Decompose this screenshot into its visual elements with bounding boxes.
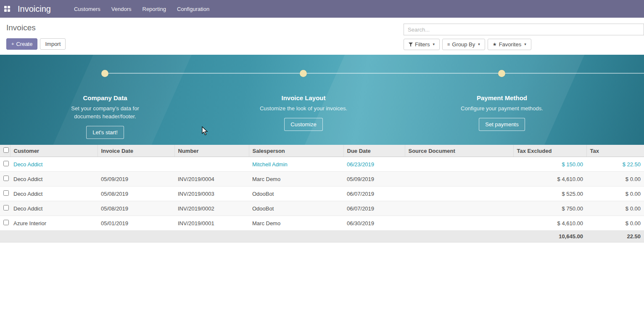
cell-salesperson: Mitchell Admin [249, 157, 343, 172]
group-by-button-label: Group By [452, 42, 475, 47]
table-totals-row: 10,645.00 22.50 [0, 231, 644, 242]
cell-tax-excluded: $ 150.00 [513, 157, 586, 172]
step-description: Configure your payment methods. [455, 104, 549, 112]
import-button[interactable]: Import [40, 38, 66, 50]
row-checkbox[interactable] [3, 161, 9, 166]
cell-salesperson: OdooBot [249, 186, 343, 201]
favorites-button-label: Favorites [499, 42, 521, 47]
lets-start-button[interactable]: Let's start! [86, 126, 124, 139]
cell-invoice-date: 05/08/2019 [98, 186, 174, 201]
cell-due-date: 06/30/2019 [343, 216, 405, 231]
search-filter-buttons: Filters ▾ ≡ Group By ▾ ★ Favorites ▾ [404, 39, 531, 50]
header-source-document[interactable]: Source Document [405, 145, 513, 157]
plus-icon: + [11, 42, 14, 46]
cell-source-document [405, 186, 513, 201]
cell-tax: $ 0.00 [586, 216, 644, 231]
cell-salesperson: Marc Demo [249, 172, 343, 186]
onboarding-step-invoice-layout: Invoice Layout Customize the look of you… [236, 83, 371, 131]
cell-invoice-date: 05/08/2019 [98, 201, 174, 216]
cell-number [174, 157, 249, 172]
cell-due-date: 05/09/2019 [343, 172, 405, 186]
cell-invoice-date [98, 157, 174, 172]
page-title: Invoices [6, 23, 36, 32]
action-buttons: + Create Import [6, 38, 66, 50]
onboarding-timeline [105, 73, 644, 74]
cell-due-date: 06/23/2019 [343, 157, 405, 172]
row-checkbox[interactable] [3, 205, 9, 210]
star-icon: ★ [493, 42, 497, 47]
header-number[interactable]: Number [174, 145, 249, 157]
step-title: Company Data [38, 94, 172, 101]
row-checkbox[interactable] [3, 220, 9, 225]
group-by-icon: ≡ [447, 42, 450, 47]
chevron-down-icon: ▾ [524, 43, 526, 46]
nav-item-vendors[interactable]: Vendors [106, 0, 137, 18]
cell-customer: Deco Addict [10, 172, 98, 186]
onboarding-banner: Company Data Set your company's data for… [0, 55, 644, 145]
group-by-button[interactable]: ≡ Group By ▾ [442, 39, 485, 50]
header-due-date[interactable]: Due Date [343, 145, 405, 157]
favorites-button[interactable]: ★ Favorites ▾ [488, 39, 531, 50]
cell-salesperson: Marc Demo [249, 216, 343, 231]
cell-due-date: 06/07/2019 [343, 186, 405, 201]
table-row[interactable]: Deco Addict Mitchell Admin 06/23/2019 $ … [0, 157, 644, 172]
header-customer[interactable]: Customer [10, 145, 98, 157]
header-salesperson[interactable]: Salesperson [249, 145, 343, 157]
cell-invoice-date: 05/01/2019 [98, 216, 174, 231]
step-dot-invoice-layout [300, 70, 307, 77]
step-title: Invoice Layout [236, 94, 371, 101]
step-title: Payment Method [435, 94, 569, 101]
create-button-label: Create [16, 41, 32, 47]
nav-item-configuration[interactable]: Configuration [172, 0, 215, 18]
step-dot-company-data [101, 70, 108, 77]
header-tax-excluded[interactable]: Tax Excluded [513, 145, 586, 157]
app-title[interactable]: Invoicing [18, 4, 51, 14]
nav-menu: Customers Vendors Reporting Configuratio… [69, 0, 215, 18]
cell-customer: Deco Addict [10, 186, 98, 201]
cell-tax-excluded: $ 525.00 [513, 186, 586, 201]
cell-customer: Azure Interior [10, 216, 98, 231]
cell-customer: Deco Addict [10, 201, 98, 216]
cell-invoice-date: 05/09/2019 [98, 172, 174, 186]
cell-tax-excluded: $ 4,610.00 [513, 216, 586, 231]
cell-tax-excluded: $ 4,610.00 [513, 172, 586, 186]
header-invoice-date[interactable]: Invoice Date [98, 145, 174, 157]
step-dot-payment-method [498, 70, 505, 77]
apps-grid-icon[interactable] [4, 6, 10, 12]
cell-source-document [405, 172, 513, 186]
cell-tax: $ 22.50 [586, 157, 644, 172]
cell-tax: $ 0.00 [586, 172, 644, 186]
chevron-down-icon: ▾ [433, 43, 435, 46]
chevron-down-icon: ▾ [478, 43, 480, 46]
filters-button[interactable]: Filters ▾ [404, 39, 440, 50]
cell-tax: $ 0.00 [586, 201, 644, 216]
row-checkbox[interactable] [3, 190, 9, 196]
header-tax[interactable]: Tax [586, 145, 644, 157]
total-tax-excluded: 10,645.00 [513, 231, 586, 242]
cell-source-document [405, 216, 513, 231]
cell-due-date: 06/07/2019 [343, 201, 405, 216]
total-tax: 22.50 [586, 231, 644, 242]
filter-funnel-icon [409, 43, 413, 47]
customize-button[interactable]: Customize [284, 118, 322, 131]
cell-source-document [405, 157, 513, 172]
table-row[interactable]: Deco Addict 05/09/2019 INV/2019/0004 Mar… [0, 172, 644, 186]
table-row[interactable]: Azure Interior 05/01/2019 INV/2019/0001 … [0, 216, 644, 231]
table-header-row: Customer Invoice Date Number Salesperson… [0, 145, 644, 157]
nav-item-customers[interactable]: Customers [69, 0, 106, 18]
table-row[interactable]: Deco Addict 05/08/2019 INV/2019/0003 Odo… [0, 186, 644, 201]
create-button[interactable]: + Create [6, 38, 37, 50]
nav-item-reporting[interactable]: Reporting [137, 0, 172, 18]
cell-number: INV/2019/0003 [174, 186, 249, 201]
top-navbar: Invoicing Customers Vendors Reporting Co… [0, 0, 644, 18]
cell-source-document [405, 201, 513, 216]
onboarding-step-payment-method: Payment Method Configure your payment me… [435, 83, 569, 131]
step-description: Set your company's data for documents he… [58, 104, 152, 120]
cell-number: INV/2019/0004 [174, 172, 249, 186]
search-input[interactable] [404, 24, 644, 35]
set-payments-button[interactable]: Set payments [479, 118, 525, 131]
table-row[interactable]: Deco Addict 05/08/2019 INV/2019/0002 Odo… [0, 201, 644, 216]
onboarding-step-company-data: Company Data Set your company's data for… [38, 83, 172, 139]
row-checkbox[interactable] [3, 176, 9, 181]
select-all-checkbox[interactable] [3, 147, 9, 153]
